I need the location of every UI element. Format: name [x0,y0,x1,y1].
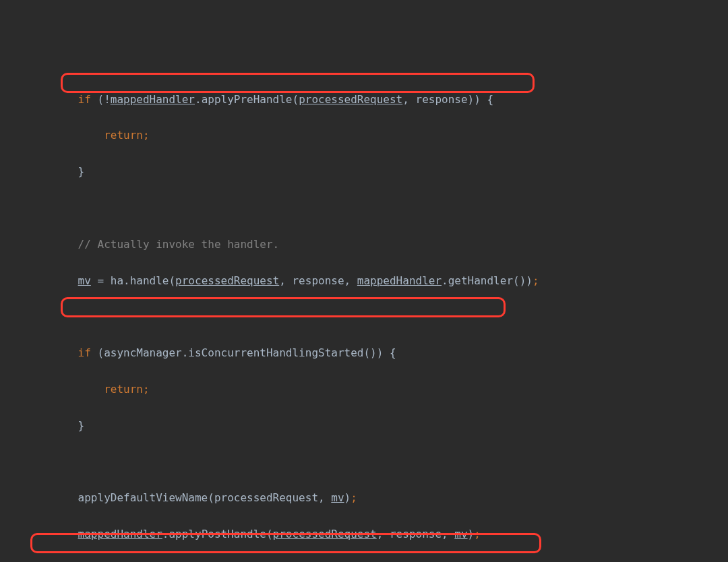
code-line: if (asyncManager.isConcurrentHandlingSta… [0,344,728,363]
code-line: // Actually invoke the handler. [0,236,728,254]
code-line [0,199,728,218]
code-line: mappedHandler.applyPostHandle(processedR… [0,526,728,544]
code-editor[interactable]: if (!mappedHandler.applyPreHandle(proces… [0,73,728,562]
code-line: mv = ha.handle(processedRequest, respons… [0,272,728,290]
code-line: } [0,417,728,435]
code-line [0,308,728,326]
code-line: } [0,163,728,181]
code-line: return; [0,127,728,145]
code-line: applyDefaultViewName(processedRequest, m… [0,489,728,507]
highlight-box-1 [61,73,535,93]
code-line: return; [0,381,728,399]
code-line [0,454,728,472]
code-line: if (!mappedHandler.applyPreHandle(proces… [0,91,728,109]
